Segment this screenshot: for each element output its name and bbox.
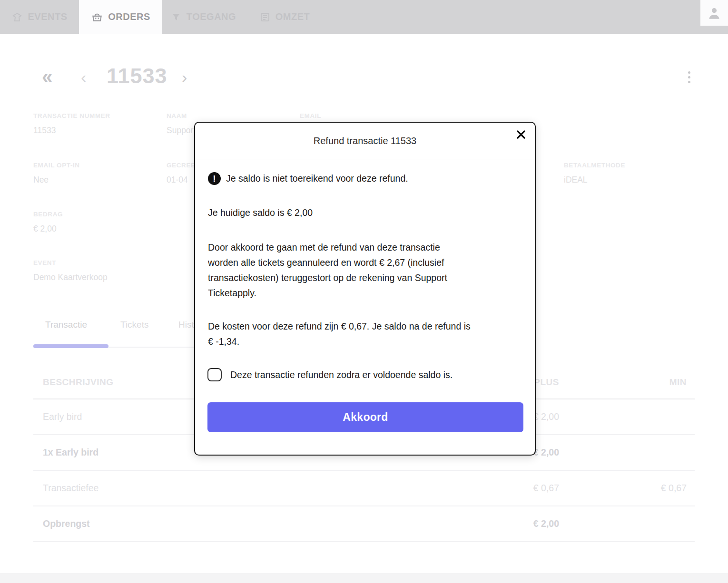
nav-tab-label: OMZET <box>275 11 310 22</box>
field-value: € 2,00 <box>33 224 63 234</box>
field-transactie-nummer: TRANSACTIE NUMMER 11533 <box>33 112 110 136</box>
nav-tab-orders[interactable]: ORDERS <box>79 0 162 34</box>
table-row: Opbrengst € 2,00 <box>33 506 695 542</box>
field-label: EMAIL OPT-IN <box>33 162 80 169</box>
tab-tickets[interactable]: Tickets <box>120 320 148 330</box>
nav-tab-label: TOEGANG <box>187 11 236 22</box>
omzet-icon <box>259 11 271 23</box>
text-line: € -1,34. <box>208 334 471 349</box>
cell-plus: € 2,00 <box>533 447 559 458</box>
text-line: Ticketapply. <box>208 285 447 301</box>
warning-row: ! Je saldo is niet toereikend voor deze … <box>208 172 408 185</box>
text-line: De kosten voor deze refund zijn € 0,67. … <box>208 319 471 334</box>
table-row: Transactiefee € 0,67 € 0,67 <box>33 471 695 506</box>
warning-text: Je saldo is niet toereikend voor deze re… <box>226 173 408 184</box>
field-betaalmethode: BETAALMETHODE iDEAL <box>564 162 625 185</box>
cell-description: Opbrengst <box>43 518 90 529</box>
previous-transaction-button[interactable]: ‹ <box>81 67 86 87</box>
refund-when-balance-row: Deze transactie refunden zodra er voldoe… <box>207 368 453 381</box>
nav-tab-omzet[interactable]: OMZET <box>244 0 325 34</box>
field-label: BETAALMETHODE <box>564 162 625 169</box>
page: EVENTS ORDERS TOEGANG OMZET <box>0 0 728 583</box>
field-value: Nee <box>33 175 80 185</box>
field-email-opt-in: EMAIL OPT-IN Nee <box>33 162 80 185</box>
account-menu[interactable] <box>700 0 728 26</box>
cell-description: Early bird <box>43 411 82 422</box>
akkoord-button[interactable]: Akkoord <box>207 402 523 432</box>
field-value: Demo Kaartverkoop <box>33 272 108 282</box>
field-label: BEDRAG <box>33 211 63 218</box>
toegang-icon <box>170 11 182 23</box>
text-line: transactiekosten) teruggestort op de rek… <box>208 270 447 285</box>
orders-icon <box>91 11 103 23</box>
field-value: 11533 <box>33 126 110 136</box>
more-options-button[interactable] <box>686 69 692 85</box>
nav-tab-label: ORDERS <box>108 11 150 22</box>
field-value: iDEAL <box>564 175 625 185</box>
field-label: TRANSACTIE NUMMER <box>33 112 110 119</box>
cell-plus: € 0,67 <box>533 483 559 494</box>
field-label: NAAM <box>167 112 240 119</box>
field-label: EVENT <box>33 259 108 266</box>
field-label: EMAIL <box>300 112 321 119</box>
field-event: EVENT Demo Kaartverkoop <box>33 259 108 282</box>
active-tab-underline <box>33 344 108 348</box>
cell-min: € 0,67 <box>661 483 687 494</box>
footer-strip <box>0 573 728 583</box>
cell-plus: € 2,00 <box>533 411 559 422</box>
cell-description: 1x Early bird <box>43 447 98 458</box>
text-line: worden alle tickets geannuleerd en wordt… <box>208 255 447 270</box>
user-avatar-icon <box>706 5 722 21</box>
current-balance-text: Je huidige saldo is € 2,00 <box>208 207 313 218</box>
checkbox-label: Deze transactie refunden zodra er voldoe… <box>230 369 453 380</box>
refund-costs-text: De kosten voor deze refund zijn € 0,67. … <box>208 319 471 349</box>
next-transaction-button[interactable]: › <box>182 67 187 87</box>
nav-tab-label: EVENTS <box>28 11 67 22</box>
column-beschrijving: BESCHRIJVING <box>43 377 114 388</box>
field-bedrag: BEDRAG € 2,00 <box>33 211 63 234</box>
modal-title: Refund transactie 11533 <box>195 136 535 146</box>
text-line: Door akkoord te gaan met de refund van d… <box>208 240 447 255</box>
refund-modal: Refund transactie 11533 ! Je saldo is ni… <box>194 122 536 456</box>
cell-description: Transactiefee <box>43 483 98 494</box>
refund-explanation-text: Door akkoord te gaan met de refund van d… <box>208 240 447 301</box>
nav-tab-toegang[interactable]: TOEGANG <box>162 0 244 34</box>
top-navbar: EVENTS ORDERS TOEGANG OMZET <box>0 0 728 34</box>
page-title-transaction-number: 11533 <box>107 64 167 88</box>
column-min: MIN <box>669 377 687 388</box>
warning-icon: ! <box>208 172 221 185</box>
events-icon <box>11 11 23 23</box>
first-transaction-button[interactable]: « <box>42 66 52 87</box>
close-icon[interactable] <box>515 128 527 141</box>
refund-when-balance-checkbox[interactable] <box>207 368 222 381</box>
column-plus: PLUS <box>534 377 559 388</box>
cell-plus: € 2,00 <box>533 518 559 529</box>
tab-transactie[interactable]: Transactie <box>45 320 87 330</box>
nav-tab-events[interactable]: EVENTS <box>0 0 79 34</box>
modal-header-divider <box>195 159 535 159</box>
